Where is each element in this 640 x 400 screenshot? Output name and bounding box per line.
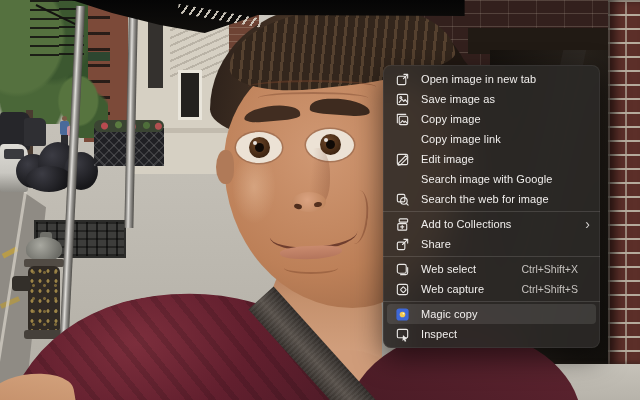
trash-bag [26,166,72,192]
hydrant-nozzle [12,276,30,291]
hydrant-dome [26,237,62,261]
menu-item-search-image-with-google[interactable]: Search image with Google [383,169,600,189]
trash-bags [16,138,98,194]
menu-item-label: Web capture [421,283,521,295]
brick-column [608,0,640,370]
screenshot: Open image in new tabSave image asCopy i… [0,0,640,400]
menu-item-label: Inspect [421,328,590,340]
menu-item-label: Search image with Google [421,173,590,185]
menu-item-label: Save image as [421,93,590,105]
menu-item-shortcut: Ctrl+Shift+S [521,283,590,295]
context-menu: Open image in new tabSave image asCopy i… [383,65,600,348]
copy-image-icon [395,112,410,127]
menu-item-edit-image[interactable]: Edit image [383,149,600,169]
hydrant-body [28,266,60,332]
edit-image-icon [395,152,410,167]
web-select-icon [395,262,410,277]
menu-item-label: Copy image link [421,133,590,145]
eye [236,132,282,163]
menu-separator [383,211,600,212]
menu-separator [383,301,600,302]
menu-item-web-capture[interactable]: Web captureCtrl+Shift+S [383,279,600,299]
menu-item-share[interactable]: Share [383,234,600,254]
share-icon [395,237,410,252]
window [148,20,163,88]
menu-item-magic-copy[interactable]: Magic copy [387,304,596,324]
no-icon [395,132,410,147]
menu-item-add-to-collections[interactable]: Add to Collections› [383,214,600,234]
menu-separator [383,256,600,257]
menu-item-label: Edit image [421,153,590,165]
menu-item-label: Web select [421,263,521,275]
menu-item-label: Search the web for image [421,193,590,205]
menu-item-copy-image[interactable]: Copy image [383,109,600,129]
chevron-right-icon: › [585,217,590,231]
menu-item-open-image-in-new-tab[interactable]: Open image in new tab [383,69,600,89]
menu-item-web-select[interactable]: Web selectCtrl+Shift+X [383,259,600,279]
menu-item-copy-image-link[interactable]: Copy image link [383,129,600,149]
ear [216,150,234,184]
menu-item-label: Add to Collections [421,218,585,230]
web-capture-icon [395,282,410,297]
no-icon [395,172,410,187]
menu-item-label: Copy image [421,113,590,125]
menu-item-label: Magic copy [421,308,590,320]
open-image-new-tab-icon [395,72,410,87]
chin-crease [284,262,338,274]
menu-item-save-image-as[interactable]: Save image as [383,89,600,109]
iris [249,137,270,158]
magic-copy-extension-icon [395,307,410,322]
window [178,70,202,120]
save-image-icon [395,92,410,107]
menu-item-shortcut: Ctrl+Shift+X [521,263,590,275]
search-web-image-icon [395,192,410,207]
menu-item-label: Open image in new tab [421,73,590,85]
menu-item-search-the-web-for-image[interactable]: Search the web for image [383,189,600,209]
menu-item-label: Share [421,238,590,250]
inspect-icon [395,327,410,342]
collections-icon [395,217,410,232]
menu-item-inspect[interactable]: Inspect [383,324,600,344]
